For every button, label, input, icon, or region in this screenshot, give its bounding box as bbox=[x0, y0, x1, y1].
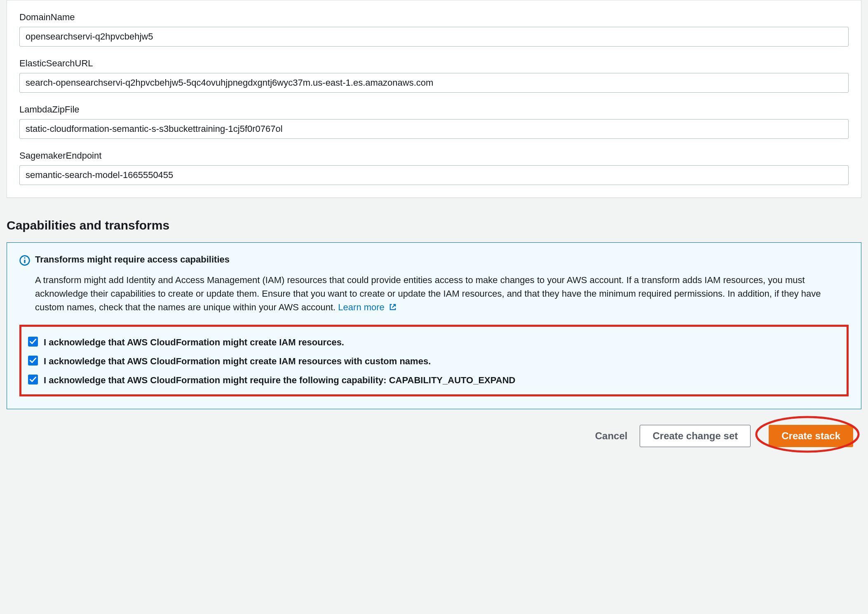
svg-point-2 bbox=[24, 257, 25, 258]
ack-checkbox-iam[interactable] bbox=[28, 337, 38, 347]
alert-body-text: A transform might add Identity and Acces… bbox=[35, 275, 821, 312]
learn-more-link[interactable]: Learn more bbox=[338, 302, 397, 312]
sagemakerendpoint-label: SagemakerEndpoint bbox=[19, 150, 849, 161]
info-icon bbox=[19, 255, 30, 268]
ack-row-iam-custom: I acknowledge that AWS CloudFormation mi… bbox=[28, 355, 840, 368]
elasticsearchurl-label: ElasticSearchURL bbox=[19, 58, 849, 69]
param-sagemakerendpoint: SagemakerEndpoint bbox=[19, 139, 849, 185]
alert-header: Transforms might require access capabili… bbox=[19, 254, 849, 268]
capabilities-title: Capabilities and transforms bbox=[7, 218, 861, 232]
param-lambdazipfile: LambdaZipFile bbox=[19, 93, 849, 139]
param-domainname: DomainName bbox=[19, 0, 849, 47]
ack-label-iam-custom: I acknowledge that AWS CloudFormation mi… bbox=[44, 355, 431, 368]
ack-row-autoexpand: I acknowledge that AWS CloudFormation mi… bbox=[28, 374, 840, 387]
ack-checkbox-iam-custom[interactable] bbox=[28, 356, 38, 366]
create-stack-button[interactable]: Create stack bbox=[769, 425, 853, 447]
external-link-icon bbox=[389, 303, 397, 313]
domainname-label: DomainName bbox=[19, 12, 849, 23]
param-elasticsearchurl: ElasticSearchURL bbox=[19, 47, 849, 93]
elasticsearchurl-input[interactable] bbox=[19, 73, 849, 93]
ack-label-iam: I acknowledge that AWS CloudFormation mi… bbox=[44, 336, 344, 349]
sagemakerendpoint-input[interactable] bbox=[19, 165, 849, 185]
parameters-panel: DomainName ElasticSearchURL LambdaZipFil… bbox=[7, 0, 861, 198]
lambdazipfile-label: LambdaZipFile bbox=[19, 104, 849, 115]
create-change-set-button[interactable]: Create change set bbox=[640, 425, 751, 447]
ack-row-iam: I acknowledge that AWS CloudFormation mi… bbox=[28, 336, 840, 349]
alert-body: A transform might add Identity and Acces… bbox=[35, 273, 849, 315]
cancel-button[interactable]: Cancel bbox=[593, 426, 630, 446]
ack-label-autoexpand: I acknowledge that AWS CloudFormation mi… bbox=[44, 374, 516, 387]
create-stack-highlight: Create stack bbox=[760, 422, 861, 450]
ack-checkbox-autoexpand[interactable] bbox=[28, 375, 38, 384]
acknowledgements-highlight: I acknowledge that AWS CloudFormation mi… bbox=[19, 325, 849, 396]
capabilities-alert: Transforms might require access capabili… bbox=[7, 242, 861, 409]
alert-title: Transforms might require access capabili… bbox=[35, 254, 230, 265]
learn-more-text: Learn more bbox=[338, 302, 385, 312]
footer-actions: Cancel Create change set Create stack bbox=[0, 409, 868, 463]
domainname-input[interactable] bbox=[19, 27, 849, 47]
lambdazipfile-input[interactable] bbox=[19, 119, 849, 139]
